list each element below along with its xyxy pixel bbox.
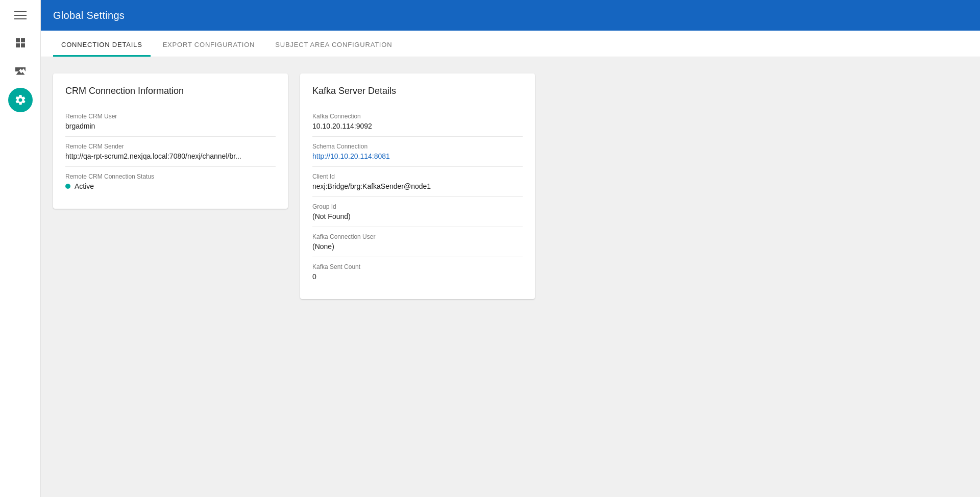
crm-connection-status-group: Remote CRM Connection Status Active	[65, 167, 276, 196]
tab-connection-details[interactable]: CONNECTION DETAILS	[53, 34, 151, 57]
crm-remote-sender-group: Remote CRM Sender http://qa-rpt-scrum2.n…	[65, 137, 276, 167]
svg-rect-0	[14, 11, 27, 12]
sidebar	[0, 0, 41, 497]
header: Global Settings	[41, 0, 980, 31]
main-content: Global Settings CONNECTION DETAILS EXPOR…	[41, 0, 980, 497]
crm-connection-card: CRM Connection Information Remote CRM Us…	[53, 73, 288, 209]
kafka-connection-user-value: (None)	[312, 242, 523, 251]
sidebar-item-analytics[interactable]	[8, 59, 33, 84]
sidebar-item-dashboard[interactable]	[8, 31, 33, 55]
status-dot-icon	[65, 184, 70, 189]
svg-rect-1	[14, 15, 27, 16]
crm-connection-status-label: Remote CRM Connection Status	[65, 173, 276, 180]
kafka-sent-count-label: Kafka Sent Count	[312, 263, 523, 270]
crm-status-value: Active	[75, 182, 94, 190]
crm-remote-sender-value: http://qa-rpt-scrum2.nexjqa.local:7080/n…	[65, 152, 276, 160]
tabs-bar: CONNECTION DETAILS EXPORT CONFIGURATION …	[41, 31, 980, 57]
kafka-connection-user-label: Kafka Connection User	[312, 233, 523, 240]
crm-status-active: Active	[65, 182, 276, 190]
kafka-connection-group: Kafka Connection 10.10.20.114:9092	[312, 107, 523, 137]
kafka-connection-label: Kafka Connection	[312, 113, 523, 120]
kafka-group-id-value: (Not Found)	[312, 212, 523, 220]
page-title: Global Settings	[53, 10, 125, 21]
tab-subject-area-configuration[interactable]: SUBJECT AREA CONFIGURATION	[267, 34, 400, 57]
svg-rect-2	[14, 18, 27, 19]
kafka-card-title: Kafka Server Details	[312, 86, 523, 96]
crm-remote-user-group: Remote CRM User brgadmin	[65, 107, 276, 137]
kafka-connection-user-group: Kafka Connection User (None)	[312, 227, 523, 257]
kafka-connection-value: 10.10.20.114:9092	[312, 122, 523, 130]
crm-remote-user-label: Remote CRM User	[65, 113, 276, 120]
kafka-schema-label: Schema Connection	[312, 143, 523, 150]
kafka-server-card: Kafka Server Details Kafka Connection 10…	[300, 73, 535, 299]
kafka-client-id-value: nexj:Bridge/brg:KafkaSender@node1	[312, 182, 523, 190]
kafka-client-id-label: Client Id	[312, 173, 523, 180]
crm-card-title: CRM Connection Information	[65, 86, 276, 96]
kafka-group-id-label: Group Id	[312, 203, 523, 210]
content-area: CRM Connection Information Remote CRM Us…	[41, 57, 980, 497]
kafka-schema-connection-group: Schema Connection http://10.10.20.114:80…	[312, 137, 523, 167]
menu-icon[interactable]	[10, 5, 31, 26]
sidebar-item-settings[interactable]	[8, 88, 33, 112]
crm-remote-sender-label: Remote CRM Sender	[65, 143, 276, 150]
kafka-schema-value: http://10.10.20.114:8081	[312, 152, 523, 160]
kafka-sent-count-value: 0	[312, 272, 523, 281]
tab-export-configuration[interactable]: EXPORT CONFIGURATION	[155, 34, 263, 57]
crm-remote-user-value: brgadmin	[65, 122, 276, 130]
kafka-group-id-group: Group Id (Not Found)	[312, 197, 523, 227]
kafka-client-id-group: Client Id nexj:Bridge/brg:KafkaSender@no…	[312, 167, 523, 197]
kafka-sent-count-group: Kafka Sent Count 0	[312, 257, 523, 287]
